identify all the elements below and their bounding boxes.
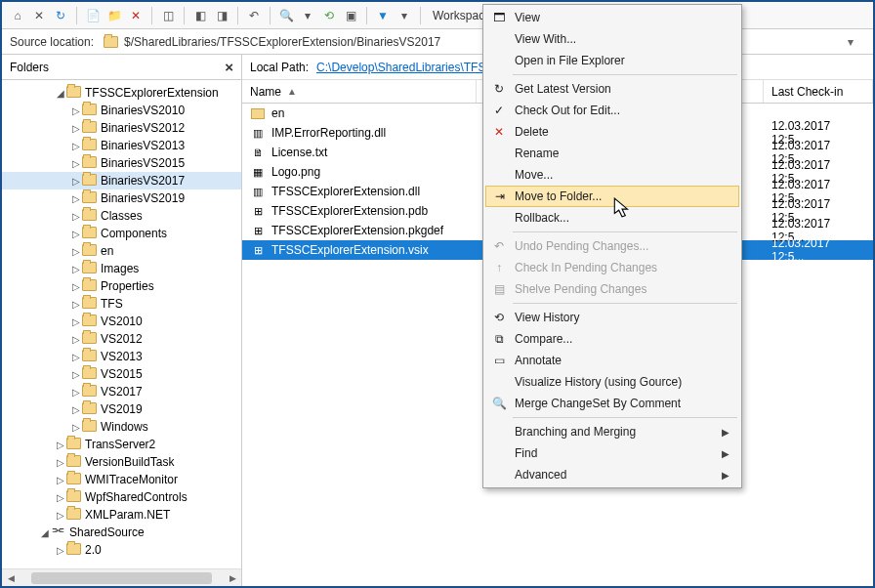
- source-location-label: Source location:: [10, 35, 94, 49]
- tree-item[interactable]: ▷VS2015: [2, 365, 241, 383]
- tree-item[interactable]: ▷Components: [2, 225, 241, 242]
- menu-item[interactable]: Find▶: [485, 442, 739, 464]
- menu-item[interactable]: ▭Annotate: [485, 350, 739, 371]
- menu-item: ↶Undo Pending Changes...: [485, 235, 739, 257]
- search-icon[interactable]: 🔍: [276, 6, 296, 25]
- menu-item[interactable]: ↻Get Latest Version: [485, 78, 739, 100]
- tree-item[interactable]: ▷WMITraceMonitor: [2, 471, 241, 488]
- folders-panel: Folders × ◢TFSSCExplorerExtension▷Binari…: [2, 55, 242, 586]
- compare-icon[interactable]: ◫: [158, 6, 178, 25]
- tree-item[interactable]: ▷en: [2, 242, 241, 260]
- sort-asc-icon: ▲: [287, 86, 297, 97]
- tree-item[interactable]: ▷BinariesVS2019: [2, 189, 241, 207]
- source-location-row: Source location: $/SharedLibraries/TFSSC…: [2, 29, 873, 55]
- tree-item[interactable]: ▷VersionBuildTask: [2, 453, 241, 471]
- menu-item: ↑Check In Pending Changes: [485, 257, 739, 278]
- a-icon[interactable]: ◧: [190, 6, 210, 25]
- folder-add-icon[interactable]: 📁: [104, 6, 124, 25]
- menu-item[interactable]: ✓Check Out for Edit...: [485, 100, 739, 121]
- refresh-icon[interactable]: ↻: [51, 6, 70, 25]
- tree-item[interactable]: ▷VS2013: [2, 348, 241, 365]
- local-path-label: Local Path:: [250, 61, 309, 74]
- tree-item[interactable]: ▷Properties: [2, 277, 241, 295]
- menu-item[interactable]: ✕Delete: [485, 121, 739, 143]
- dropdown-icon[interactable]: ▾: [848, 35, 854, 49]
- menu-item[interactable]: ⇥Move to Folder...: [485, 186, 739, 207]
- menu-item[interactable]: Advanced▶: [485, 464, 739, 485]
- dropdown-icon[interactable]: ▾: [298, 6, 317, 25]
- tree-item[interactable]: ▷BinariesVS2017: [2, 172, 241, 189]
- local-path-link[interactable]: C:\Develop\SharedLibraries\TFS: [316, 61, 485, 74]
- menu-item[interactable]: View With...: [485, 28, 739, 50]
- tree-item[interactable]: ▷VS2010: [2, 313, 241, 330]
- tree-item[interactable]: ▷BinariesVS2015: [2, 154, 241, 172]
- undo-icon[interactable]: ↶: [244, 6, 264, 25]
- dd2-icon[interactable]: ▾: [395, 6, 414, 25]
- tree-item[interactable]: ▷TFS: [2, 295, 241, 313]
- menu-item[interactable]: 🗖View: [485, 7, 739, 28]
- folder-tree[interactable]: ◢TFSSCExplorerExtension▷BinariesVS2010▷B…: [2, 80, 241, 568]
- tree-item[interactable]: ▷BinariesVS2012: [2, 119, 241, 137]
- menu-item[interactable]: Move...: [485, 164, 739, 186]
- folders-title: Folders: [10, 61, 49, 74]
- menu-item[interactable]: Visualize History (using Gource): [485, 371, 739, 393]
- close-icon[interactable]: ×: [225, 59, 233, 75]
- tree-item[interactable]: ▷BinariesVS2013: [2, 137, 241, 154]
- menu-item[interactable]: Rename: [485, 143, 739, 164]
- add-icon[interactable]: 📄: [83, 6, 103, 25]
- delete-icon[interactable]: ✕: [126, 6, 146, 25]
- menu-item[interactable]: Rollback...: [485, 207, 739, 229]
- tools-icon[interactable]: ✕: [29, 6, 49, 25]
- context-menu[interactable]: 🗖ViewView With...Open in File Explorer↻G…: [482, 4, 742, 488]
- tree-item[interactable]: ◢SharedSource: [2, 524, 241, 541]
- tree-item[interactable]: ▷VS2019: [2, 400, 241, 418]
- tree-item[interactable]: ▷VS2017: [2, 383, 241, 400]
- menu-item[interactable]: ⟲View History: [485, 307, 739, 328]
- menu-item: ▤Shelve Pending Changes: [485, 278, 739, 300]
- b-icon[interactable]: ◨: [212, 6, 231, 25]
- tree-item[interactable]: ▷BinariesVS2010: [2, 102, 241, 119]
- tree-item[interactable]: ◢TFSSCExplorerExtension: [2, 84, 241, 102]
- menu-item[interactable]: 🔍Merge ChangeSet By Comment: [485, 393, 739, 414]
- history-icon[interactable]: ⟲: [319, 6, 339, 25]
- filter-icon[interactable]: ▼: [373, 6, 393, 25]
- main-toolbar: ⌂ ✕ ↻ 📄 📁 ✕ ◫ ◧ ◨ ↶ 🔍 ▾ ⟲ ▣ ▼ ▾ Workspac…: [2, 2, 873, 29]
- tree-item[interactable]: ▷WpfSharedControls: [2, 488, 241, 506]
- tree-item[interactable]: ▷VS2012: [2, 330, 241, 348]
- menu-item[interactable]: ⧉Compare...: [485, 328, 739, 350]
- menu-item[interactable]: Branching and Merging▶: [485, 421, 739, 442]
- tree-item[interactable]: ▷TransServer2: [2, 436, 241, 453]
- home-icon[interactable]: ⌂: [8, 6, 27, 25]
- horizontal-scrollbar[interactable]: ◀▶: [2, 568, 241, 586]
- source-location-path[interactable]: $/SharedLibraries/TFSSCExplorerExtension…: [104, 35, 440, 49]
- column-name[interactable]: Name▲: [242, 80, 477, 103]
- column-last-checkin[interactable]: Last Check-in: [764, 80, 873, 103]
- folder-icon: [104, 36, 118, 48]
- tree-item[interactable]: ▷Classes: [2, 207, 241, 225]
- tree-item[interactable]: ▷Images: [2, 260, 241, 277]
- menu-item[interactable]: Open in File Explorer: [485, 50, 739, 71]
- tree-item[interactable]: ▷XMLParam.NET: [2, 506, 241, 524]
- tree-item[interactable]: ▷2.0: [2, 541, 241, 559]
- tree-item[interactable]: ▷Windows: [2, 418, 241, 436]
- window-icon[interactable]: ▣: [341, 6, 360, 25]
